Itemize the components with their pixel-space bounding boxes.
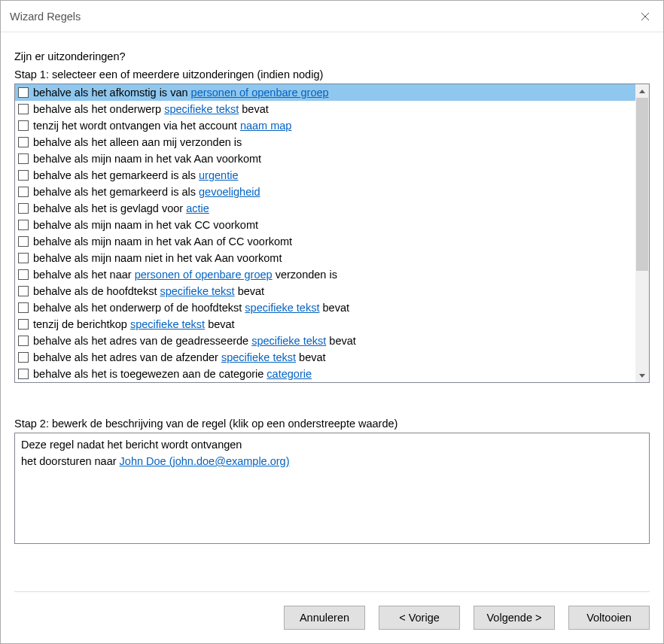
exceptions-heading: Zijn er uitzonderingen? (14, 50, 650, 62)
exception-checkbox[interactable] (18, 369, 29, 379)
row-text-segment: behalve als mijn naam in het vak CC voor… (33, 219, 258, 231)
exception-checkbox[interactable] (18, 352, 29, 363)
editable-value-link[interactable]: naam map (240, 120, 292, 132)
rules-wizard-dialog: Wizard Regels Zijn er uitzonderingen? St… (0, 0, 664, 644)
row-text-segment: behalve als het gemarkeerd is als (33, 186, 199, 198)
editable-value-link[interactable]: categorie (267, 368, 312, 380)
row-text-segment: bevat (296, 351, 326, 363)
cancel-button[interactable]: Annuleren (284, 606, 365, 630)
exception-label: behalve als mijn naam niet in het vak Aa… (33, 252, 282, 264)
exception-item[interactable]: tenzij het wordt ontvangen via het accou… (15, 117, 635, 134)
row-text-segment: tenzij de berichtkop (33, 318, 130, 330)
exception-checkbox[interactable] (18, 236, 29, 247)
editable-value-link[interactable]: John Doe (john.doe@example.org) (120, 455, 290, 467)
exception-checkbox[interactable] (18, 286, 29, 296)
editable-value-link[interactable]: urgentie (199, 169, 238, 181)
rule-description-box: Deze regel nadat het bericht wordt ontva… (14, 433, 650, 544)
editable-value-link[interactable]: gevoeligheid (199, 186, 260, 198)
exception-item[interactable]: behalve als mijn naam in het vak Aan of … (15, 233, 635, 250)
exception-checkbox[interactable] (18, 104, 29, 114)
row-text-segment: bevat (326, 335, 356, 347)
exception-item[interactable]: behalve als het afkomstig is van persone… (15, 84, 635, 101)
exception-label: tenzij het wordt ontvangen via het accou… (33, 120, 291, 132)
editable-value-link[interactable]: personen of openbare groep (135, 269, 273, 281)
exception-item[interactable]: behalve als het gemarkeerd is als gevoel… (15, 184, 635, 200)
row-text-segment: behalve als mijn naam niet in het vak Aa… (33, 252, 282, 264)
exception-checkbox[interactable] (18, 336, 29, 346)
exception-checkbox[interactable] (18, 220, 29, 230)
exceptions-list[interactable]: behalve als het afkomstig is van persone… (15, 84, 635, 382)
exception-item[interactable]: behalve als mijn naam in het vak Aan voo… (15, 150, 635, 167)
exception-checkbox[interactable] (18, 302, 29, 313)
exception-checkbox[interactable] (18, 203, 29, 214)
dialog-content: Zijn er uitzonderingen? Stap 1: selectee… (1, 32, 663, 592)
editable-value-link[interactable]: specifieke tekst (221, 351, 296, 363)
exception-item[interactable]: behalve als het naar personen of openbar… (15, 266, 635, 283)
finish-button[interactable]: Voltooien (568, 606, 650, 630)
exception-label: behalve als de hoofdtekst specifieke tek… (33, 285, 264, 297)
exception-label: behalve als het alleen aan mij verzonden… (33, 136, 242, 148)
editable-value-link[interactable]: specifieke tekst (251, 335, 326, 347)
exception-label: behalve als mijn naam in het vak Aan of … (33, 235, 292, 248)
exception-item[interactable]: behalve als het is toegewezen aan de cat… (15, 366, 635, 382)
editable-value-link[interactable]: specifieke tekst (245, 302, 319, 314)
row-text-segment: Deze regel nadat het bericht wordt ontva… (21, 439, 242, 451)
row-text-segment: behalve als het onderwerp of de hoofdtek… (33, 302, 245, 314)
row-text-segment: behalve als het adres van de geadresseer… (33, 335, 251, 347)
row-text-segment: behalve als het gemarkeerd is als (33, 169, 199, 181)
exception-label: behalve als het is gevlagd voor actie (33, 202, 209, 214)
close-button[interactable] (627, 1, 663, 32)
chevron-down-icon (639, 374, 645, 378)
row-text-segment: behalve als het is gevlagd voor (33, 202, 186, 214)
exception-item[interactable]: behalve als het adres van de geadresseer… (15, 333, 635, 349)
scroll-down-button[interactable] (635, 369, 649, 382)
exception-checkbox[interactable] (18, 87, 29, 98)
row-text-segment: bevat (205, 318, 235, 330)
next-button[interactable]: Volgende > (474, 606, 555, 630)
scrollbar[interactable] (635, 84, 649, 382)
exception-item[interactable]: behalve als de hoofdtekst specifieke tek… (15, 283, 635, 299)
exception-item[interactable]: behalve als het gemarkeerd is als urgent… (15, 167, 635, 184)
exception-item[interactable]: behalve als mijn naam in het vak CC voor… (15, 217, 635, 233)
exception-checkbox[interactable] (18, 187, 29, 197)
editable-value-link[interactable]: specifieke tekst (130, 318, 205, 330)
exception-label: behalve als mijn naam in het vak Aan voo… (33, 153, 261, 165)
editable-value-link[interactable]: personen of openbare groep (191, 87, 329, 99)
row-text-segment: het doorsturen naar (21, 455, 120, 467)
row-text-segment: verzonden is (273, 269, 337, 281)
exception-checkbox[interactable] (18, 319, 29, 330)
exception-checkbox[interactable] (18, 153, 29, 164)
exception-item[interactable]: behalve als het alleen aan mij verzonden… (15, 134, 635, 150)
step2-label: Stap 2: bewerk de beschrijving van de re… (14, 418, 650, 430)
exception-item[interactable]: behalve als het onderwerp of de hoofdtek… (15, 299, 635, 316)
scroll-up-button[interactable] (635, 84, 649, 98)
exception-checkbox[interactable] (18, 253, 29, 263)
row-text-segment: behalve als het afkomstig is van (33, 87, 191, 99)
exception-checkbox[interactable] (18, 137, 29, 147)
exception-item[interactable]: behalve als het onderwerp specifieke tek… (15, 101, 635, 117)
editable-value-link[interactable]: specifieke tekst (164, 103, 239, 115)
exception-label: behalve als het naar personen of openbar… (33, 269, 337, 281)
rule-description-line: het doorsturen naar John Doe (john.doe@e… (21, 453, 643, 469)
exception-item[interactable]: behalve als mijn naam niet in het vak Aa… (15, 250, 635, 266)
row-text-segment: bevat (239, 103, 269, 115)
exception-checkbox[interactable] (18, 170, 29, 181)
rule-description-line: Deze regel nadat het bericht wordt ontva… (21, 436, 643, 453)
exception-checkbox[interactable] (18, 269, 29, 280)
step1-label: Stap 1: selecteer een of meerdere uitzon… (14, 68, 650, 80)
exception-item[interactable]: behalve als het is gevlagd voor actie (15, 200, 635, 217)
row-text-segment: behalve als mijn naam in het vak Aan of … (33, 235, 292, 248)
back-button[interactable]: < Vorige (379, 606, 460, 630)
row-text-segment: behalve als het naar (33, 269, 135, 281)
exception-checkbox[interactable] (18, 120, 29, 131)
row-text-segment: behalve als het adres van de afzender (33, 351, 221, 363)
editable-value-link[interactable]: actie (186, 202, 209, 214)
row-text-segment: bevat (319, 302, 349, 314)
exception-label: behalve als het onderwerp specifieke tek… (33, 103, 269, 115)
exception-item[interactable]: tenzij de berichtkop specifieke tekst be… (15, 316, 635, 333)
row-text-segment: behalve als het is toegewezen aan de cat… (33, 368, 267, 380)
scroll-thumb[interactable] (636, 98, 648, 271)
exceptions-listbox: behalve als het afkomstig is van persone… (14, 84, 650, 383)
editable-value-link[interactable]: specifieke tekst (160, 285, 234, 297)
exception-item[interactable]: behalve als het adres van de afzender sp… (15, 349, 635, 366)
